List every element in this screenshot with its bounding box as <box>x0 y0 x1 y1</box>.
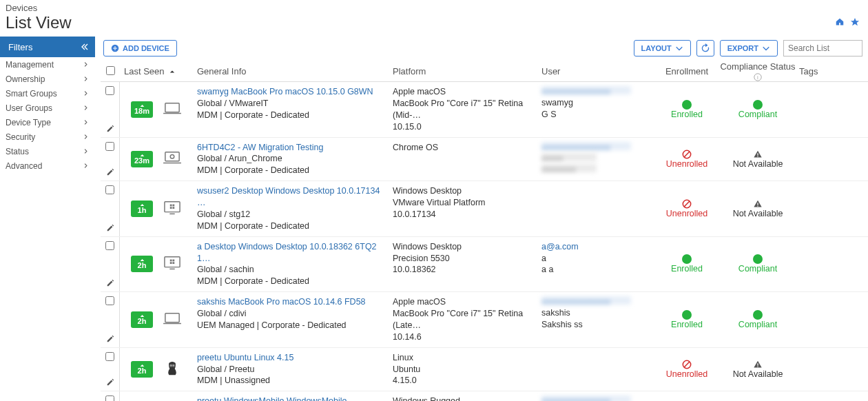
check-icon <box>682 310 692 320</box>
device-link[interactable]: preetu WindowsMobile WindowsMobile 5.2.2… <box>197 395 389 401</box>
refresh-button[interactable] <box>696 40 714 56</box>
edit-icon[interactable] <box>106 335 114 343</box>
filters-label: Filters <box>8 42 32 52</box>
select-all-checkbox[interactable] <box>106 66 115 75</box>
redacted-text: xxxxxxxxxxxxxxxx <box>541 86 631 94</box>
row-checkbox[interactable] <box>105 352 114 361</box>
filter-item-ownership[interactable]: Ownership <box>0 72 95 86</box>
filter-item-user-groups[interactable]: User Groups <box>0 101 95 115</box>
device-win-icon <box>161 254 183 274</box>
export-button[interactable]: EXPORT <box>720 40 778 56</box>
device-link[interactable]: a Desktop Windows Desktop 10.0.18362 6TQ… <box>197 241 389 265</box>
filters-header[interactable]: Filters <box>0 37 95 57</box>
last-seen-badge: 18m <box>131 101 153 118</box>
row-checkbox[interactable] <box>105 296 114 305</box>
device-link[interactable]: preetu Ubuntu Linux 4.15 <box>197 352 389 364</box>
warning-icon <box>753 150 763 159</box>
device-link[interactable]: swamyg MacBook Pro macOS 10.15.0 G8WN <box>197 86 389 98</box>
device-link[interactable]: wsuser2 Desktop Windows Desktop 10.0.171… <box>197 185 389 209</box>
chevron-right-icon <box>83 134 88 139</box>
col-compliance[interactable]: Compliance Status i <box>716 61 799 82</box>
table-row: 18mswamyg MacBook Pro macOS 10.15.0 G8WN… <box>101 82 868 138</box>
redacted-text: xxxxxxxxxxxxxxxx <box>541 395 631 401</box>
col-general-info[interactable]: General Info <box>197 66 393 76</box>
layout-button[interactable]: LAYOUT <box>634 40 691 56</box>
chevron-right-icon <box>83 76 88 81</box>
table-row: 1hwsuser2 Desktop Windows Desktop 10.0.1… <box>101 181 868 237</box>
last-seen-badge: 2h <box>131 256 153 272</box>
home-icon[interactable] <box>835 17 845 29</box>
info-icon: i <box>754 73 762 81</box>
chevron-down-icon <box>675 44 683 52</box>
edit-icon[interactable] <box>106 378 114 387</box>
filter-item-device-type[interactable]: Device Type <box>0 115 95 130</box>
last-seen-badge: 2h <box>131 311 153 328</box>
device-laptop-icon <box>161 100 183 119</box>
chevron-right-icon <box>83 62 88 67</box>
last-seen-badge: 1h <box>131 200 153 217</box>
col-tags[interactable]: Tags <box>799 66 834 76</box>
edit-icon[interactable] <box>106 279 114 287</box>
table-row: 2ha Desktop Windows Desktop 10.0.18362 6… <box>101 237 868 293</box>
redacted-text: xxxxxxxx <box>541 164 597 172</box>
star-icon[interactable] <box>850 17 860 29</box>
check-icon <box>753 254 763 264</box>
row-checkbox[interactable] <box>105 241 114 250</box>
collapse-icon <box>81 43 88 50</box>
edit-icon[interactable] <box>106 125 114 133</box>
user-link[interactable]: a@a.com <box>541 241 653 253</box>
chevron-right-icon <box>83 163 88 168</box>
check-icon <box>753 100 763 110</box>
chevron-right-icon <box>83 91 88 96</box>
chevron-right-icon <box>83 149 88 154</box>
breadcrumb: Devices <box>6 3 868 13</box>
redacted-text: xxxxxxxxxxxxxxxx <box>541 296 631 305</box>
warning-icon <box>753 360 763 369</box>
svg-rect-30 <box>757 363 758 366</box>
add-device-button[interactable]: ADD DEVICE <box>103 40 177 56</box>
filter-item-advanced[interactable]: Advanced <box>0 158 95 173</box>
chevron-right-icon <box>83 105 88 110</box>
export-label: EXPORT <box>727 44 758 52</box>
device-link[interactable]: 6HTD4C2 - AW Migration Testing <box>197 142 389 154</box>
col-enrollment[interactable]: Enrollment <box>657 66 716 76</box>
table-row: 23m6HTD4C2 - AW Migration TestingGlobal … <box>101 138 868 182</box>
chevron-right-icon <box>83 120 88 125</box>
page-title: List View <box>6 13 72 32</box>
check-icon <box>682 100 692 110</box>
row-checkbox[interactable] <box>105 185 114 194</box>
col-last-seen[interactable]: Last Seen <box>120 66 197 76</box>
chevron-down-icon <box>762 44 770 52</box>
check-icon <box>682 254 692 264</box>
col-user[interactable]: User <box>541 66 657 76</box>
filter-item-smart-groups[interactable]: Smart Groups <box>0 86 95 101</box>
last-seen-badge: 2h <box>131 361 153 378</box>
warning-icon <box>753 199 763 209</box>
layout-label: LAYOUT <box>641 44 672 52</box>
add-device-label: ADD DEVICE <box>123 44 169 52</box>
last-seen-badge: 23m <box>131 151 153 167</box>
prohibit-icon <box>682 360 692 369</box>
row-checkbox[interactable] <box>105 395 114 401</box>
device-win-icon <box>161 199 183 218</box>
row-checkbox[interactable] <box>105 142 114 151</box>
filter-item-status[interactable]: Status <box>0 144 95 158</box>
redacted-text: xxxxx <box>541 153 597 161</box>
filter-item-security[interactable]: Security <box>0 130 95 144</box>
device-chromebook-icon <box>161 150 183 169</box>
device-link[interactable]: sakshis MacBook Pro macOS 10.14.6 FD58 <box>197 296 389 308</box>
svg-rect-26 <box>757 153 758 156</box>
svg-rect-28 <box>757 203 758 205</box>
filter-item-management[interactable]: Management <box>0 57 95 72</box>
check-icon <box>753 310 763 320</box>
device-laptop-icon <box>161 310 183 329</box>
device-linux-icon <box>161 360 183 379</box>
col-platform[interactable]: Platform <box>393 66 541 76</box>
search-input[interactable] <box>783 40 862 56</box>
prohibit-icon <box>682 199 692 209</box>
table-row: 2hpreetu Ubuntu Linux 4.15Global / Preet… <box>101 348 868 392</box>
redacted-text: xxxxxxxxxxxxxxxx <box>541 142 631 150</box>
row-checkbox[interactable] <box>105 86 114 95</box>
edit-icon[interactable] <box>106 224 114 232</box>
edit-icon[interactable] <box>106 168 114 176</box>
